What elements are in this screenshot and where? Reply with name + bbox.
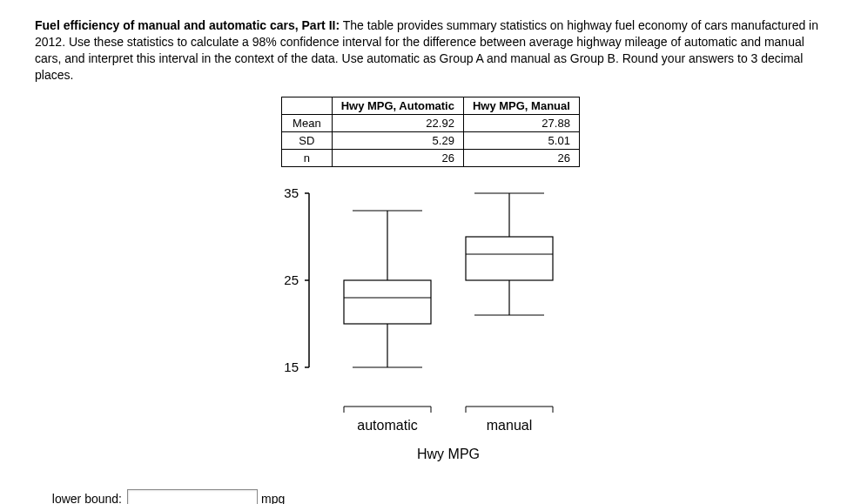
ytick-25: 25 [284,272,299,287]
row-label-sd: SD [282,131,333,149]
boxplot-svg: 35 25 15 automatic manual Hwy MPG [257,176,605,463]
cell-sd-auto: 5.29 [332,131,463,149]
table-row: Mean 22.92 27.88 [282,114,580,131]
boxplot-chart: 35 25 15 automatic manual Hwy MPG [35,176,826,463]
xtick-manual: manual [486,418,531,433]
lower-bound-input[interactable] [127,489,258,504]
row-label-n: n [282,149,333,166]
cell-n-manual: 26 [463,149,579,166]
table-row: SD 5.29 5.01 [282,131,580,149]
question-text: Fuel efficiency of manual and automatic … [35,17,826,84]
svg-rect-12 [466,237,553,280]
xtick-automatic: automatic [357,418,417,433]
chart-xlabel: Hwy MPG [417,447,480,461]
ytick-15: 15 [284,360,299,374]
cell-mean-manual: 27.88 [463,114,579,131]
question-title: Fuel efficiency of manual and automatic … [35,18,340,32]
summary-stats-table: Hwy MPG, Automatic Hwy MPG, Manual Mean … [281,97,580,167]
lower-bound-row: lower bound: mpg [35,489,826,504]
table-header-manual: Hwy MPG, Manual [463,97,579,114]
table-row: n 26 26 [282,149,580,166]
svg-rect-6 [344,280,431,324]
lower-bound-label: lower bound: [35,492,122,504]
row-label-mean: Mean [282,114,333,131]
table-corner [282,97,333,114]
cell-n-auto: 26 [332,149,463,166]
table-header-auto: Hwy MPG, Automatic [332,97,463,114]
lower-bound-unit: mpg [261,492,285,504]
cell-mean-auto: 22.92 [332,114,463,131]
ytick-35: 35 [284,185,299,200]
cell-sd-manual: 5.01 [463,131,579,149]
